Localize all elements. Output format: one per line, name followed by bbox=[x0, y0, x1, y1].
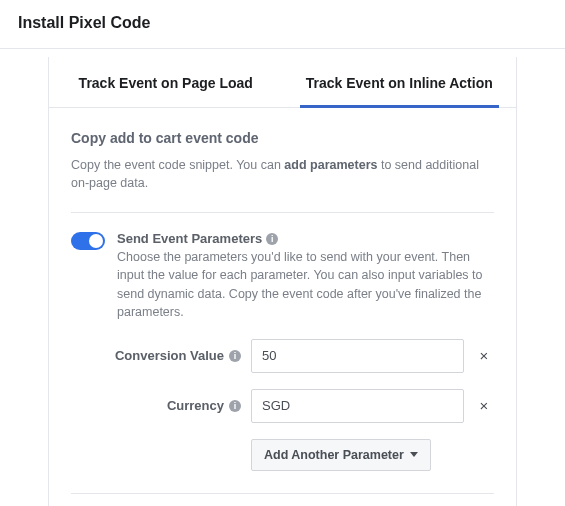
toggle-text: Send Event Parameters i Choose the param… bbox=[117, 231, 494, 321]
param-row-currency: Currency i × bbox=[71, 389, 494, 423]
desc-bold: add parameters bbox=[284, 158, 377, 172]
param-label: Conversion Value i bbox=[71, 348, 241, 363]
send-parameters-toggle[interactable] bbox=[71, 232, 105, 250]
tab-label: Track Event on Page Load bbox=[79, 75, 253, 91]
section-description: Copy the event code snippet. You can add… bbox=[71, 156, 494, 192]
close-icon[interactable]: × bbox=[474, 347, 494, 364]
conversion-value-input[interactable] bbox=[251, 339, 464, 373]
info-icon[interactable]: i bbox=[266, 233, 278, 245]
add-param-label: Add Another Parameter bbox=[264, 448, 404, 462]
panel: Track Event on Page Load Track Event on … bbox=[48, 57, 517, 506]
divider bbox=[71, 212, 494, 213]
param-label-text: Conversion Value bbox=[115, 348, 224, 363]
param-row-conversion-value: Conversion Value i × bbox=[71, 339, 494, 373]
page-header: Install Pixel Code bbox=[0, 0, 565, 49]
content: Copy add to cart event code Copy the eve… bbox=[49, 108, 516, 506]
chevron-down-icon bbox=[410, 452, 418, 457]
tab-page-load[interactable]: Track Event on Page Load bbox=[49, 57, 283, 107]
info-icon[interactable]: i bbox=[229, 400, 241, 412]
param-label: Currency i bbox=[71, 398, 241, 413]
divider bbox=[71, 493, 494, 494]
add-parameter-button[interactable]: Add Another Parameter bbox=[251, 439, 431, 471]
add-param-row: Add Another Parameter bbox=[251, 439, 494, 471]
desc-pre: Copy the event code snippet. You can bbox=[71, 158, 284, 172]
toggle-row: Send Event Parameters i Choose the param… bbox=[71, 231, 494, 321]
toggle-description: Choose the parameters you'd like to send… bbox=[117, 248, 494, 321]
toggle-title-text: Send Event Parameters bbox=[117, 231, 262, 246]
currency-input[interactable] bbox=[251, 389, 464, 423]
tab-label: Track Event on Inline Action bbox=[306, 75, 493, 91]
section-title: Copy add to cart event code bbox=[71, 130, 494, 146]
param-label-text: Currency bbox=[167, 398, 224, 413]
info-icon[interactable]: i bbox=[229, 350, 241, 362]
toggle-title: Send Event Parameters i bbox=[117, 231, 494, 246]
tabs: Track Event on Page Load Track Event on … bbox=[49, 57, 516, 108]
page-title: Install Pixel Code bbox=[18, 14, 547, 32]
tab-inline-action[interactable]: Track Event on Inline Action bbox=[283, 57, 517, 107]
outer-container: Track Event on Page Load Track Event on … bbox=[0, 49, 565, 506]
close-icon[interactable]: × bbox=[474, 397, 494, 414]
